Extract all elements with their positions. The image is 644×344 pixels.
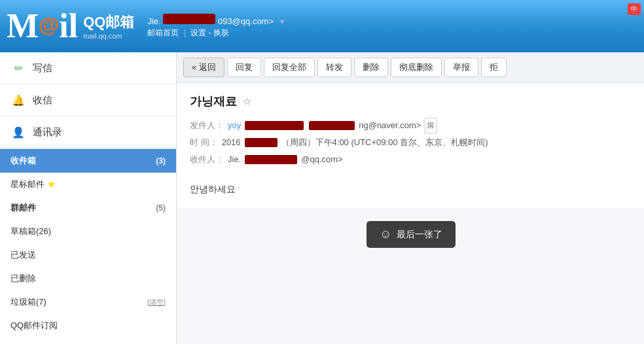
folder-sent[interactable]: 已发送 (0, 243, 176, 267)
content-area: « 返回 回复 回复全部 转发 删除 彻底删除 举报 拒 가닝재료 ☆ 发件人： (177, 52, 644, 344)
main-layout: ✏ 写信 🔔 收信 👤 通讯录 收件箱 (3) 星标邮件 ★ 群邮件 (5) 草… (0, 52, 644, 344)
inbox-icon: 🔔 (10, 92, 26, 108)
reply-all-button[interactable]: 回复全部 (264, 58, 315, 77)
sender-name[interactable]: yoy (228, 117, 241, 134)
contacts-label: 通讯录 (33, 126, 62, 139)
email-subject: 가닝재료 ☆ (190, 94, 631, 109)
header: M@il QQ邮箱 mail.qq.com Jie. 093@qq.com> ▼… (0, 0, 644, 52)
recipient-email-redacted (245, 155, 297, 164)
recipient-label: 收件人： (190, 151, 224, 168)
header-user-info: Jie. 093@qq.com> ▼ 邮箱首页 | 设置 - 换肤 (147, 14, 285, 39)
folder-deleted[interactable]: 已删除 (0, 267, 176, 290)
folder-spam[interactable]: 垃圾箱(7) [清空] (0, 290, 176, 314)
date-suffix: （周四）下午4:00 (UTC+09:00 首尔、东京、札幌时间) (281, 134, 488, 151)
date-value: 2016 (222, 134, 241, 151)
logo-text: QQ邮箱 mail.qq.com (83, 12, 134, 40)
email-subject-text: 가닝재료 (190, 94, 237, 109)
recipient-row: 收件人： Jie. @qq.com> (190, 151, 631, 168)
delete-button[interactable]: 删除 (354, 58, 388, 77)
email-meta: 发件人： yoy ng@naver.com> 国 时 间： 2016 （周四）下… (190, 117, 631, 168)
email-body-text: 안녕하세요 (190, 181, 631, 198)
user-email-prefix: Jie. (147, 16, 160, 26)
logo-area: M@il QQ邮箱 mail.qq.com (7, 9, 134, 43)
sender-name-redacted (245, 121, 304, 130)
delete-perm-button[interactable]: 彻底删除 (391, 58, 442, 77)
folder-spam-label: 垃圾箱(7) (10, 296, 46, 308)
header-nav-links: 邮箱首页 | 设置 - 换肤 (147, 27, 285, 39)
user-email-redacted (163, 14, 215, 24)
recipient-suffix: @qq.com> (301, 151, 342, 168)
sender-row: 发件人： yoy ng@naver.com> 国 (190, 117, 631, 134)
sidebar: ✏ 写信 🔔 收信 👤 通讯录 收件箱 (3) 星标邮件 ★ 群邮件 (5) 草… (0, 52, 177, 344)
date-redacted (245, 138, 277, 147)
service-name: QQ邮箱 (83, 12, 134, 32)
folder-starred[interactable]: 星标邮件 ★ (0, 173, 176, 196)
user-email-row: Jie. 093@qq.com> ▼ (147, 14, 285, 26)
block-button[interactable]: 拒 (481, 58, 507, 77)
folder-group-label: 群邮件 (10, 202, 36, 214)
header-badge: 中 (628, 3, 641, 15)
folder-sent-label: 已发送 (10, 249, 36, 261)
folder-starred-label: 星标邮件 ★ (10, 179, 56, 190)
star-icon: ★ (47, 179, 56, 189)
folder-subscription-label: QQ邮件订阅 (10, 320, 58, 332)
sender-label: 发件人： (190, 117, 224, 134)
forward-button[interactable]: 转发 (317, 58, 351, 77)
tooltip-text: 最后一张了 (397, 229, 442, 241)
reply-button[interactable]: 回复 (227, 58, 261, 77)
contacts-icon: 👤 (10, 124, 26, 140)
nav-settings-link[interactable]: 设置 - 换肤 (190, 28, 229, 37)
inbox-label: 收信 (33, 94, 52, 107)
tooltip-icon: ☺ (380, 228, 391, 241)
write-icon: ✏ (10, 60, 26, 76)
country-flag: 国 (425, 118, 437, 133)
recipient-prefix: Jie. (228, 151, 241, 168)
folder-inbox-count: (3) (156, 156, 166, 165)
logo-m: M@il (7, 9, 78, 43)
nav-home-link[interactable]: 邮箱首页 (147, 28, 179, 37)
folder-inbox[interactable]: 收件箱 (3) (0, 149, 176, 173)
date-label: 时 间： (190, 134, 218, 151)
folder-drafts-label: 草稿箱(26) (10, 226, 51, 237)
date-row: 时 间： 2016 （周四）下午4:00 (UTC+09:00 首尔、东京、札幌… (190, 134, 631, 151)
report-button[interactable]: 举报 (444, 58, 478, 77)
contacts-button[interactable]: 👤 通讯录 (0, 116, 176, 148)
email-view: 가닝재료 ☆ 发件人： yoy ng@naver.com> 国 (177, 83, 644, 208)
user-email-suffix: 093@qq.com> (218, 16, 274, 26)
compose-button[interactable]: ✏ 写信 (0, 52, 176, 84)
domain-label: mail.qq.com (83, 32, 134, 40)
content-wrapper: « 返回 回复 回复全部 转发 删除 彻底删除 举报 拒 가닝재료 ☆ 发件人： (177, 52, 644, 208)
compose-label: 写信 (33, 62, 52, 75)
sender-suffix: ng@naver.com> (359, 117, 421, 134)
folder-subscription[interactable]: QQ邮件订阅 (0, 314, 176, 337)
back-button[interactable]: « 返回 (183, 58, 224, 77)
tooltip-overlay: ☺ 最后一张了 (367, 221, 456, 248)
folder-drafts[interactable]: 草稿箱(26) (0, 220, 176, 243)
spam-clear-link[interactable]: [清空] (147, 298, 166, 307)
email-body: 안녕하세요 (190, 181, 631, 198)
folder-inbox-label: 收件箱 (10, 155, 36, 167)
folder-deleted-label: 已删除 (10, 273, 36, 284)
sender-email-redacted (309, 121, 355, 130)
folder-group-count: (5) (156, 203, 166, 213)
inbox-button[interactable]: 🔔 收信 (0, 84, 176, 116)
nav-separator: | (184, 28, 186, 37)
folder-group[interactable]: 群邮件 (5) (0, 196, 176, 220)
subject-star-button[interactable]: ☆ (242, 95, 251, 108)
email-toolbar: « 返回 回复 回复全部 转发 删除 彻底删除 举报 拒 (177, 52, 644, 83)
